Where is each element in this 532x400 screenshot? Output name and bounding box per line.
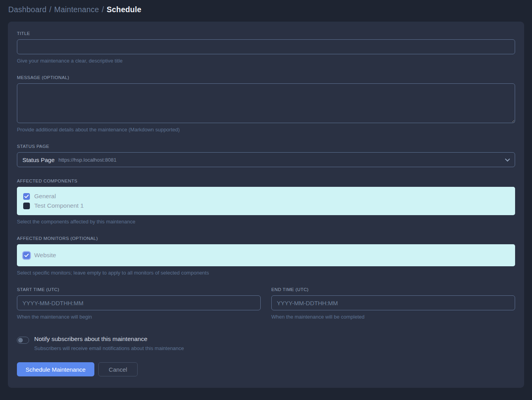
end-time-input[interactable] [271, 295, 515, 310]
cancel-button[interactable]: Cancel [98, 362, 138, 376]
affected-monitors-field-group: AFFECTED MONITORS (OPTIONAL) Website Sel… [17, 236, 515, 276]
toggle-knob [18, 338, 23, 343]
affected-components-field-group: AFFECTED COMPONENTS General Test Compone… [17, 179, 515, 225]
checkmark-icon [24, 254, 29, 257]
title-helper-text: Give your maintenance a clear, descripti… [17, 58, 515, 64]
component-option-label: Test Component 1 [34, 202, 84, 209]
breadcrumb-separator: / [102, 5, 104, 14]
notify-subscribers-texts: Notify subscribers about this maintenanc… [34, 335, 184, 351]
component-option-general[interactable]: General [23, 192, 509, 201]
component-option-test-component-1[interactable]: Test Component 1 [23, 201, 509, 210]
start-time-field-group: START TIME (UTC) When the maintenance wi… [17, 287, 261, 320]
status-page-selected-url: https://hsp.localhost:8081 [59, 157, 116, 163]
status-page-label: STATUS PAGE [17, 144, 515, 149]
start-time-input[interactable] [17, 295, 261, 310]
start-time-label: START TIME (UTC) [17, 287, 261, 292]
affected-components-helper-text: Select the components affected by this m… [17, 219, 515, 225]
form-actions: Schedule Maintenance Cancel [17, 362, 515, 376]
monitor-option-website[interactable]: Website [23, 251, 509, 260]
breadcrumb-dashboard[interactable]: Dashboard [8, 5, 46, 14]
notify-subscribers-row: Notify subscribers about this maintenanc… [17, 335, 515, 351]
message-textarea[interactable] [17, 83, 515, 123]
title-field-group: TITLE Give your maintenance a clear, des… [17, 31, 515, 64]
status-page-field-group: STATUS PAGE Status Page https://hsp.loca… [17, 144, 515, 167]
notify-subscribers-label: Notify subscribers about this maintenanc… [34, 335, 184, 343]
start-time-helper-text: When the maintenance will begin [17, 314, 261, 320]
breadcrumb-schedule: Schedule [107, 5, 141, 14]
component-option-label: General [34, 193, 56, 200]
breadcrumb-separator: / [49, 5, 52, 14]
checkmark-icon [24, 195, 29, 198]
end-time-label: END TIME (UTC) [271, 287, 515, 292]
time-fields-row: START TIME (UTC) When the maintenance wi… [17, 287, 515, 320]
breadcrumb-maintenance[interactable]: Maintenance [54, 5, 99, 14]
message-field-group: MESSAGE (OPTIONAL) Provide additional de… [17, 75, 515, 133]
end-time-field-group: END TIME (UTC) When the maintenance will… [271, 287, 515, 320]
monitors-multiselect: Website [17, 244, 515, 266]
title-label: TITLE [17, 31, 515, 36]
monitor-option-label: Website [34, 252, 56, 259]
components-multiselect: General Test Component 1 [17, 187, 515, 215]
message-helper-text: Provide additional details about the mai… [17, 127, 515, 133]
notify-subscribers-toggle[interactable] [17, 337, 29, 344]
message-label: MESSAGE (OPTIONAL) [17, 75, 515, 80]
breadcrumb: Dashboard/Maintenance/Schedule [0, 0, 532, 20]
chevron-down-icon [505, 157, 510, 162]
checkbox-test-component-1[interactable] [23, 203, 30, 209]
checkbox-general[interactable] [23, 193, 30, 200]
schedule-maintenance-form-card: TITLE Give your maintenance a clear, des… [8, 22, 524, 388]
checkbox-website[interactable] [23, 252, 30, 259]
affected-monitors-helper-text: Select specific monitors; leave empty to… [17, 270, 515, 276]
schedule-maintenance-button[interactable]: Schedule Maintenance [17, 362, 94, 376]
status-page-selected-name: Status Page [22, 157, 55, 163]
notify-subscribers-helper-text: Subscribers will receive email notificat… [34, 345, 184, 351]
title-input[interactable] [17, 39, 515, 54]
end-time-helper-text: When the maintenance will be completed [271, 314, 515, 320]
affected-monitors-label: AFFECTED MONITORS (OPTIONAL) [17, 236, 515, 241]
affected-components-label: AFFECTED COMPONENTS [17, 179, 515, 183]
status-page-select[interactable]: Status Page https://hsp.localhost:8081 [17, 152, 515, 167]
